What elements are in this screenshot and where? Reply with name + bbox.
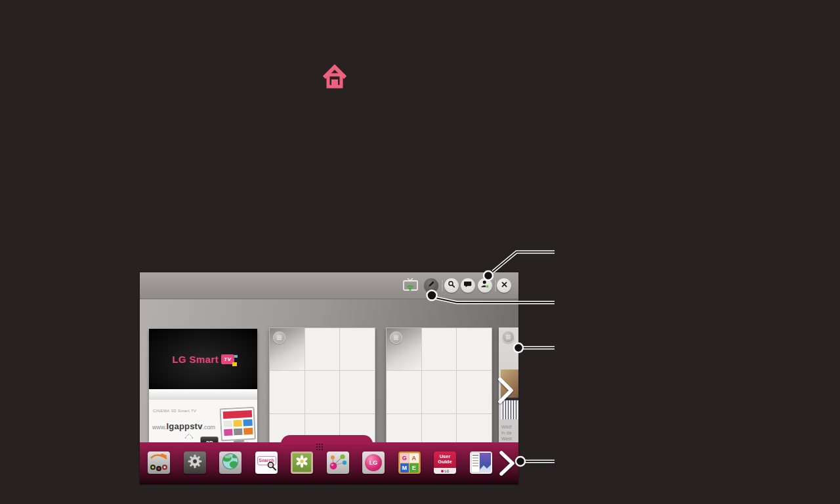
user-login-icon [479,278,491,293]
callout-dock-arrow [516,457,555,466]
dock-item-web-browser[interactable] [219,452,242,474]
media-list-icon [470,465,492,474]
dock-item-search[interactable]: Search [255,452,278,474]
user-guide-label: User Guide [434,454,456,465]
dock-item-av-input[interactable] [148,452,170,474]
tv-logo-badge: TV [221,354,234,364]
topbar-separator [441,280,442,291]
search-icon [446,279,457,292]
dock-item-settings[interactable] [184,452,206,474]
card-index-badge [502,331,514,343]
lg-smart-tv-title: LG Smart [172,354,219,365]
dock-item-smart-share[interactable] [327,452,349,474]
tv-home-screen-panel: LG Smart TV CINEMA 3D Smart TV www.lgapp… [140,272,518,484]
launcher-dock: Search [140,442,518,484]
edit-pencil-button[interactable] [424,278,438,293]
lg-smart-tv-screen: LG Smart TV [149,329,257,389]
close-icon [499,280,509,292]
dock-item-photo-gallery[interactable] [291,452,313,474]
dock-item-media-list[interactable] [470,452,492,474]
close-button[interactable] [497,278,511,293]
card-lg-smart-tv[interactable]: LG Smart TV CINEMA 3D Smart TV www.lgapp… [149,329,257,457]
topbar-separator [494,280,495,291]
search-button[interactable] [444,278,459,293]
magnifier-icon [266,461,277,474]
edit-pencil-icon [426,279,436,292]
smart-share-icon [327,465,349,474]
home-icon [322,64,348,93]
card-reflection-strip [149,389,257,400]
screenshot-stage: LG Smart TV CINEMA 3D Smart TV www.lgapp… [0,0,840,504]
live-tv-signal-icon[interactable] [402,278,422,296]
chat-icon [463,279,473,292]
dock-drag-handle-icon[interactable] [316,443,324,450]
lg-store-icon: LG [365,454,382,471]
chat-button[interactable] [461,278,475,293]
dock-notch [281,435,373,444]
login-user-button[interactable] [478,278,492,293]
card-index-badge [390,331,402,344]
dock-right-arrow[interactable] [499,451,516,478]
tv-topbar [140,272,518,299]
cinema3d-brand-text: CINEMA 3D Smart TV [153,409,196,413]
page-right-arrow[interactable] [497,377,514,407]
callout-page-arrow [514,343,555,352]
av-input-icon [148,465,170,474]
card-index-badge [273,331,285,344]
user-guide-brand: LG [434,468,456,474]
globe-icon [221,452,240,473]
dock-item-game[interactable]: G A M E [398,452,421,474]
dock-item-user-guide[interactable]: User Guide LG [434,452,456,474]
banner-url: www.lgappstv.com [152,420,215,432]
card-placeholder-b[interactable] [386,327,492,457]
dock-item-lg-store[interactable]: LG [362,452,385,474]
tv-content-area: LG Smart TV CINEMA 3D Smart TV www.lgapp… [140,299,518,452]
daisy-flower-icon [295,454,309,471]
news-headline: Wildf in da West [501,424,512,442]
gear-icon [186,453,203,472]
